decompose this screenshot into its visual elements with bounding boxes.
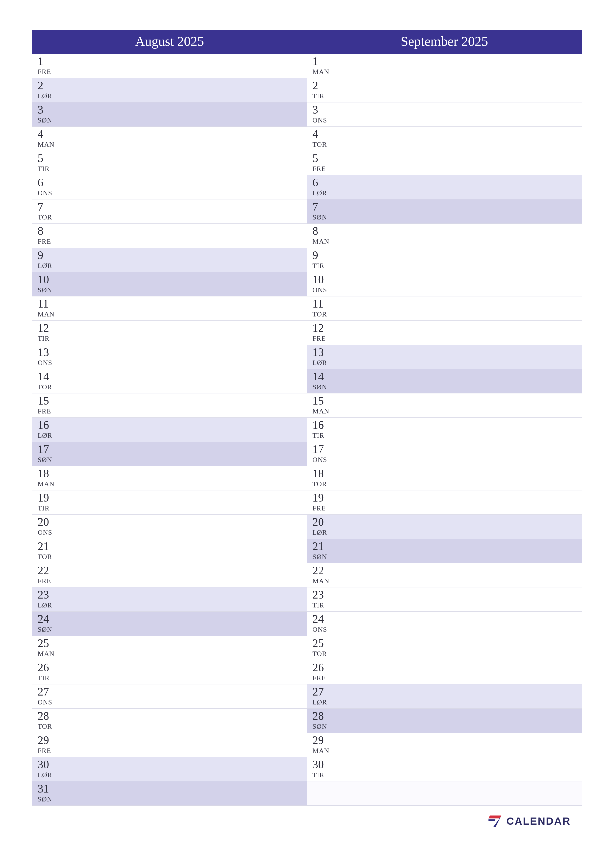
day-label: 14TOR: [37, 370, 62, 391]
day-label: 6LØR: [312, 177, 337, 197]
day-row: 23LØR: [32, 587, 307, 612]
day-label: 19FRE: [312, 492, 337, 512]
day-name: MAN: [37, 310, 54, 318]
day-label: 19TIR: [37, 492, 62, 512]
day-row: 19TIR: [32, 490, 307, 515]
day-name: TOR: [312, 310, 327, 318]
day-name: SØN: [37, 286, 52, 294]
day-label: 9LØR: [37, 250, 62, 270]
day-row: 8MAN: [307, 224, 582, 248]
day-name: TIR: [312, 431, 324, 439]
day-row: 4TOR: [307, 127, 582, 151]
day-name: MAN: [37, 480, 54, 488]
day-number: 31: [37, 783, 49, 795]
day-name: FRE: [312, 674, 326, 682]
day-name: ONS: [37, 359, 52, 367]
day-name: LØR: [37, 601, 52, 609]
day-label: 10ONS: [312, 274, 337, 294]
day-label: 1FRE: [37, 56, 62, 76]
day-number: 13: [312, 346, 324, 358]
day-label: 2LØR: [37, 80, 62, 100]
day-label: 24SØN: [37, 613, 62, 634]
day-number: 29: [312, 735, 324, 746]
day-number: 5: [312, 152, 318, 164]
day-number: 17: [312, 443, 324, 455]
day-number: 26: [312, 662, 324, 674]
day-number: 12: [37, 322, 49, 334]
day-name: TOR: [312, 141, 327, 149]
svg-marker-0: [488, 815, 501, 818]
day-row: 4MAN: [32, 127, 307, 151]
day-number: 3: [312, 104, 318, 116]
day-name: SØN: [37, 456, 52, 464]
day-row: 30TIR: [307, 757, 582, 781]
day-name: FRE: [37, 747, 51, 755]
day-label: 18TOR: [312, 468, 337, 488]
day-row: 17ONS: [307, 442, 582, 466]
day-number: 29: [37, 735, 49, 746]
day-name: FRE: [37, 237, 51, 245]
day-label: 15FRE: [37, 395, 62, 415]
day-label: 11TOR: [312, 298, 337, 318]
day-number: 23: [37, 589, 49, 601]
day-name: LØR: [37, 92, 52, 100]
day-label: 27LØR: [312, 686, 337, 706]
day-row: 9TIR: [307, 248, 582, 272]
day-label: 16TIR: [312, 419, 337, 439]
day-label: 16LØR: [37, 419, 62, 439]
month-header-right: September 2025: [307, 30, 582, 54]
day-name: FRE: [37, 407, 51, 415]
day-name: TOR: [37, 722, 52, 730]
day-name: LØR: [312, 189, 327, 197]
day-label: 14SØN: [312, 370, 337, 391]
day-label: 8FRE: [37, 225, 62, 245]
day-number: 20: [37, 516, 49, 528]
day-label: 15MAN: [312, 395, 337, 415]
day-number: 14: [37, 370, 49, 383]
day-label: 21SØN: [312, 540, 337, 561]
day-row: 26TIR: [32, 660, 307, 684]
day-row: 24SØN: [32, 612, 307, 636]
day-row: 18TOR: [307, 466, 582, 490]
day-label: 17ONS: [312, 443, 337, 464]
svg-rect-2: [488, 819, 496, 821]
day-name: SØN: [37, 795, 52, 803]
day-row: 25TOR: [307, 636, 582, 660]
day-name: TIR: [37, 335, 50, 343]
day-number: 21: [37, 540, 49, 552]
day-name: FRE: [312, 504, 326, 512]
day-number: 24: [37, 613, 49, 625]
day-name: MAN: [312, 68, 329, 76]
day-label: 20LØR: [312, 516, 337, 536]
day-name: FRE: [312, 165, 326, 173]
day-row: 15FRE: [32, 394, 307, 418]
day-name: MAN: [37, 650, 54, 658]
day-label: 31SØN: [37, 783, 62, 803]
day-label: 30LØR: [37, 759, 62, 779]
day-name: LØR: [312, 359, 327, 367]
day-number: 2: [37, 80, 44, 91]
day-label: 29FRE: [37, 735, 62, 755]
day-label: 3ONS: [312, 104, 337, 124]
day-name: ONS: [312, 456, 327, 464]
day-row: 10SØN: [32, 272, 307, 296]
day-row: 6LØR: [307, 175, 582, 200]
day-number: 11: [37, 298, 48, 310]
day-number: 20: [312, 516, 324, 528]
day-row: 27ONS: [32, 684, 307, 708]
day-name: ONS: [37, 529, 52, 536]
day-name: FRE: [37, 68, 51, 76]
day-row: 1MAN: [307, 54, 582, 78]
day-row: 13LØR: [307, 345, 582, 369]
day-label: 5FRE: [312, 152, 337, 173]
day-row: 29FRE: [32, 733, 307, 757]
day-name: SØN: [312, 553, 327, 561]
day-name: TIR: [312, 92, 324, 100]
day-label: 23LØR: [37, 589, 62, 609]
day-number: 22: [312, 565, 324, 577]
brand-logo: CALENDAR: [488, 814, 570, 828]
day-row: 11MAN: [32, 296, 307, 321]
day-label: 2TIR: [312, 80, 337, 100]
day-label: 7TOR: [37, 201, 62, 221]
day-row: 7TOR: [32, 200, 307, 224]
